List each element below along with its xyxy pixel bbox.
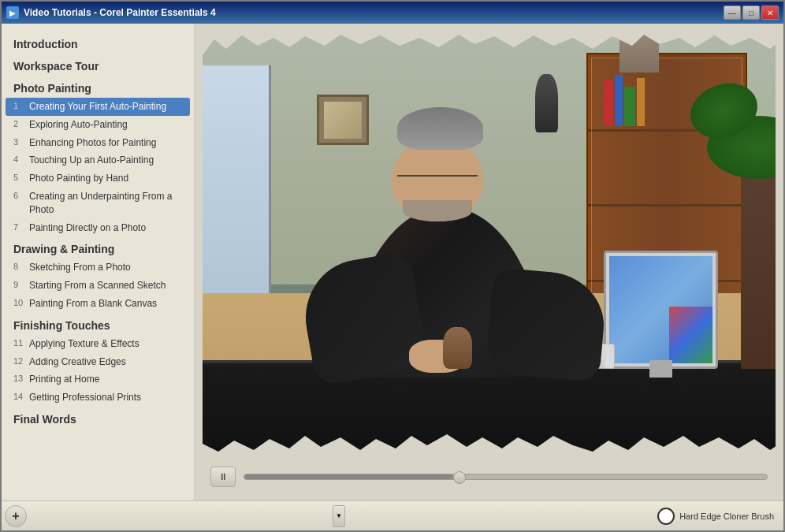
menu-item-label: Starting From a Scanned Sketch <box>29 279 186 292</box>
app-icon-symbol: ▶ <box>9 9 16 17</box>
menu-item-12[interactable]: 12Adding Creative Edges <box>2 353 194 371</box>
menu-item-number: 7 <box>13 221 29 233</box>
pause-icon: ⏸ <box>218 471 228 482</box>
title-bar-left: ▶ Video Tutorials - Corel Painter Essent… <box>6 6 216 19</box>
video-area: ⏸ <box>195 24 783 500</box>
menu-item-number: 11 <box>13 337 29 349</box>
menu-item-number: 6 <box>13 190 29 202</box>
brush-name-label: Hard Edge Cloner Brush <box>679 512 774 521</box>
menu-item-number: 2 <box>13 118 29 130</box>
sidebar-section-workspace-tour[interactable]: Workspace Tour <box>2 54 194 76</box>
title-bar: ▶ Video Tutorials - Corel Painter Essent… <box>2 2 783 24</box>
menu-item-14[interactable]: 14Getting Professional Prints <box>2 389 194 407</box>
menu-item-label: Sketching From a Photo <box>29 261 186 274</box>
sidebar-section-final-words[interactable]: Final Words <box>2 407 194 429</box>
taskbar: + ▼ Hard Edge Cloner Brush <box>2 500 783 530</box>
menu-item-number: 10 <box>13 297 29 309</box>
menu-item-label: Touching Up an Auto-Painting <box>29 154 186 167</box>
menu-item-number: 9 <box>13 279 29 291</box>
menu-item-number: 3 <box>13 136 29 148</box>
menu-item-label: Getting Professional Prints <box>29 391 186 404</box>
menu-item-label: Creating an Underpainting From a Photo <box>29 190 186 217</box>
menu-item-4[interactable]: 4Touching Up an Auto-Painting <box>2 151 194 169</box>
video-controls: ⏸ <box>203 461 776 493</box>
menu-item-label: Creating Your First Auto-Painting <box>29 100 186 113</box>
menu-item-number: 1 <box>13 100 29 112</box>
menu-item-3[interactable]: 3Enhancing Photos for Painting <box>2 134 194 152</box>
menu-item-5[interactable]: 5Photo Painting by Hand <box>2 169 194 188</box>
sidebar-section-introduction[interactable]: Introduction <box>2 32 194 54</box>
menu-item-1[interactable]: 1Creating Your First Auto-Painting <box>6 98 190 116</box>
brush-preview: Hard Edge Cloner Brush <box>651 508 780 525</box>
menu-item-label: Applying Texture & Effects <box>29 337 186 351</box>
menu-item-label: Printing at Home <box>29 373 186 386</box>
menu-item-number: 4 <box>13 154 29 166</box>
pause-button[interactable]: ⏸ <box>210 467 236 487</box>
menu-item-number: 12 <box>13 355 29 367</box>
application-window: ▶ Video Tutorials - Corel Painter Essent… <box>0 0 785 532</box>
video-frame <box>203 32 776 453</box>
menu-item-number: 14 <box>13 391 29 403</box>
menu-item-label: Enhancing Photos for Painting <box>29 136 186 150</box>
progress-fill <box>244 474 453 479</box>
maximize-button[interactable]: □ <box>742 6 760 20</box>
menu-item-label: Painting Directly on a Photo <box>29 221 186 235</box>
menu-item-13[interactable]: 13Printing at Home <box>2 370 194 389</box>
sidebar-section-finishing-touches[interactable]: Finishing Touches <box>2 313 194 335</box>
menu-item-number: 5 <box>13 172 29 184</box>
sidebar-section-drawing-painting[interactable]: Drawing & Painting <box>2 236 194 259</box>
menu-item-number: 8 <box>13 261 29 273</box>
menu-item-11[interactable]: 11Applying Texture & Effects <box>2 335 194 353</box>
menu-item-10[interactable]: 10Painting From a Blank Canvas <box>2 295 194 313</box>
add-button[interactable]: + <box>5 505 27 527</box>
menu-item-7[interactable]: 7Painting Directly on a Photo <box>2 219 194 237</box>
menu-item-9[interactable]: 9Starting From a Scanned Sketch <box>2 277 194 295</box>
window-controls: — □ ✕ <box>724 6 779 20</box>
minimize-button[interactable]: — <box>724 6 741 20</box>
main-content: IntroductionWorkspace TourPhoto Painting… <box>2 24 783 500</box>
brush-circle <box>657 508 675 525</box>
menu-item-number: 13 <box>13 373 29 385</box>
progress-bar[interactable] <box>244 474 768 480</box>
menu-item-label: Adding Creative Edges <box>29 355 186 369</box>
video-player[interactable] <box>203 32 776 453</box>
window-title: Video Tutorials - Corel Painter Essentia… <box>24 7 216 18</box>
app-icon: ▶ <box>6 6 19 19</box>
menu-item-8[interactable]: 8Sketching From a Photo <box>2 259 194 277</box>
progress-thumb[interactable] <box>453 471 466 484</box>
menu-item-label: Exploring Auto-Painting <box>29 118 186 132</box>
sidebar: IntroductionWorkspace TourPhoto Painting… <box>2 24 195 500</box>
sidebar-section-photo-painting[interactable]: Photo Painting <box>2 76 194 98</box>
menu-item-6[interactable]: 6Creating an Underpainting From a Photo <box>2 188 194 219</box>
menu-item-label: Painting From a Blank Canvas <box>29 297 186 311</box>
scroll-down-button[interactable]: ▼ <box>333 505 345 527</box>
menu-item-label: Photo Painting by Hand <box>29 172 186 185</box>
close-button[interactable]: ✕ <box>761 6 779 20</box>
menu-item-2[interactable]: 2Exploring Auto-Painting <box>2 116 194 134</box>
